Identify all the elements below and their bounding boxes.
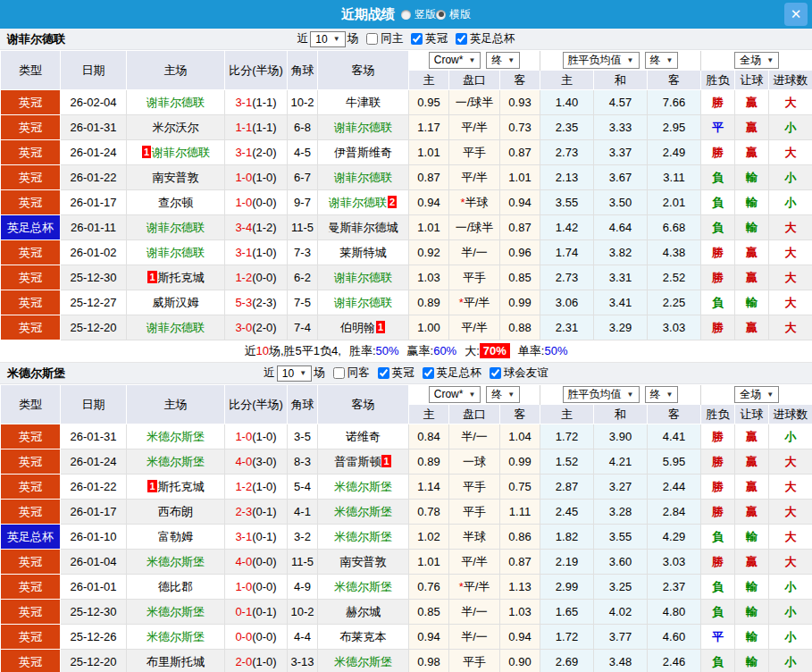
match-date: 25-12-26: [61, 625, 127, 650]
filter-checkbox[interactable]: [333, 367, 345, 379]
match-date: 26-01-17: [61, 500, 127, 525]
score-cell: 0-0(0-0): [225, 625, 288, 650]
filter-checkbox[interactable]: [378, 367, 389, 379]
result-goals: 小: [769, 115, 812, 140]
odds-filter-group: Crow*▼终▼: [409, 385, 540, 405]
odds-home: 0.84: [409, 424, 449, 449]
dialog-title: 近期战绩: [341, 6, 395, 23]
summary-stat: 大:70%: [465, 343, 510, 359]
scope-filter-group: 全场▼: [701, 385, 812, 405]
avg-state-select[interactable]: 终▼: [645, 52, 679, 69]
odds-away: 0.90: [500, 650, 540, 672]
odds-away: 0.87: [500, 140, 540, 165]
radio-label: 竖版: [414, 7, 436, 22]
column-header: 客场: [318, 51, 409, 90]
score-cell: 3-4(1-2): [225, 215, 288, 240]
avg-win: 1.42: [540, 215, 594, 240]
away-team-name: 谢菲尔德联: [329, 196, 387, 209]
handicap-text: 平/半: [461, 121, 488, 134]
column-subheader: 进球数: [769, 71, 812, 90]
match-date: 25-12-27: [61, 290, 127, 315]
match-date: 26-01-22: [61, 475, 127, 500]
filter-checkbox[interactable]: [456, 33, 467, 45]
handicap-cell: 半/一: [449, 600, 500, 625]
column-subheader: 客: [500, 71, 540, 90]
handicap-cell: 平/半: [449, 115, 500, 140]
match-count-select[interactable]: 10▼: [277, 365, 312, 382]
close-button[interactable]: ✕: [784, 3, 808, 26]
match-type: 英冠: [1, 475, 61, 500]
avg-state-select[interactable]: 终▼: [645, 386, 679, 403]
column-subheader: 胜负: [701, 71, 735, 90]
avg-draw: 3.29: [594, 315, 648, 340]
avg-type-select[interactable]: 胜平负均值▼: [563, 52, 640, 69]
result-outcome: 勝: [701, 550, 735, 575]
odds-company-select[interactable]: Crow*▼: [429, 386, 481, 403]
away-team-name: 伯明翰: [340, 321, 375, 334]
away-team-cell: 米德尔斯堡: [318, 575, 409, 600]
result-handicap: 輸: [735, 575, 769, 600]
match-row: 英足总杯26-01-11谢菲尔德联3-4(1-2)11-5曼斯菲尔德城1.01一…: [1, 215, 812, 240]
filter-checkbox[interactable]: [411, 33, 423, 45]
recent-match-controls: 近10▼场同客英冠英足总杯球会友谊: [0, 365, 812, 382]
filter-checkbox[interactable]: [366, 33, 378, 45]
home-team-cell: 1谢菲尔德联: [127, 140, 225, 165]
radio-label: 横版: [449, 7, 471, 22]
fulltime-score: 1-2: [235, 480, 252, 493]
home-team-cell: 南安普敦: [127, 165, 225, 190]
result-outcome: 負: [701, 600, 735, 625]
match-count-select[interactable]: 10▼: [310, 31, 345, 47]
layout-radio-vertical[interactable]: 竖版: [401, 7, 436, 22]
home-team-cell: 查尔顿: [127, 190, 225, 215]
avg-win: 2.19: [540, 550, 594, 575]
corner-count: 7-4: [288, 315, 318, 340]
layout-radio-horizontal[interactable]: 横版: [436, 7, 471, 22]
home-team-name: 查尔顿: [158, 196, 193, 209]
odds-state-select[interactable]: 终▼: [486, 52, 520, 69]
away-team-cell: 诺维奇: [318, 424, 409, 449]
odds-state-select[interactable]: 终▼: [486, 386, 520, 403]
scope-select[interactable]: 全场▼: [734, 386, 779, 403]
odds-home: 0.98: [409, 650, 449, 672]
avg-draw: 3.28: [594, 500, 648, 525]
odds-home: 0.94: [409, 190, 449, 215]
radio-icon: [436, 10, 446, 20]
dropdown-arrow-icon: ▼: [468, 391, 475, 399]
column-subheader: 盘口: [449, 71, 500, 90]
handicap-text: 平手: [463, 480, 486, 493]
filter-checkbox[interactable]: [423, 367, 434, 379]
match-count-select-value: 10: [282, 367, 294, 380]
odds-home: 0.85: [409, 600, 449, 625]
away-team-cell: 莱斯特城: [318, 240, 409, 265]
fulltime-score: 3-1: [235, 530, 252, 543]
halftime-score: (2-0): [252, 321, 276, 334]
column-header: 主场: [127, 51, 225, 90]
halftime-score: (0-1): [252, 605, 276, 618]
away-team-cell: 谢菲尔德联: [318, 115, 409, 140]
corner-count: 6-2: [288, 265, 318, 290]
avg-draw: 3.25: [594, 575, 648, 600]
match-row: 英冠25-12-27威斯汉姆5-3(2-3)7-5谢菲尔德联0.89*平/半0.…: [1, 290, 812, 315]
home-team-name: 谢菲尔德联: [146, 221, 205, 234]
avg-type-select[interactable]: 胜平负均值▼: [563, 386, 640, 403]
match-type: 英冠: [1, 315, 61, 340]
corner-count: 6-8: [288, 115, 318, 140]
match-row: 英冠25-12-26米德尔斯堡0-0(0-0)4-4布莱克本0.94半/一0.9…: [1, 625, 812, 650]
odds-company-select[interactable]: Crow*▼: [429, 52, 481, 69]
filter-checkbox[interactable]: [490, 367, 501, 379]
result-handicap: 輸: [735, 650, 769, 672]
handicap-text: 半球: [463, 530, 486, 543]
scope-select[interactable]: 全场▼: [734, 52, 779, 69]
match-date: 26-01-10: [61, 525, 127, 550]
corner-count: 10-2: [288, 600, 318, 625]
handicap-text: 平/半: [461, 321, 488, 334]
odds-state-select-value: 终: [491, 387, 502, 402]
home-team-name: 谢菲尔德联: [146, 321, 205, 334]
corner-count: 10-2: [288, 90, 318, 115]
result-outcome: 負: [701, 650, 735, 672]
home-team-cell: 米德尔斯堡: [127, 600, 225, 625]
dropdown-arrow-icon: ▼: [766, 391, 774, 399]
score-cell: 1-0(1-0): [225, 424, 288, 449]
handicap-text: 平/半: [464, 580, 490, 593]
home-team-cell: 米德尔斯堡: [127, 449, 225, 475]
